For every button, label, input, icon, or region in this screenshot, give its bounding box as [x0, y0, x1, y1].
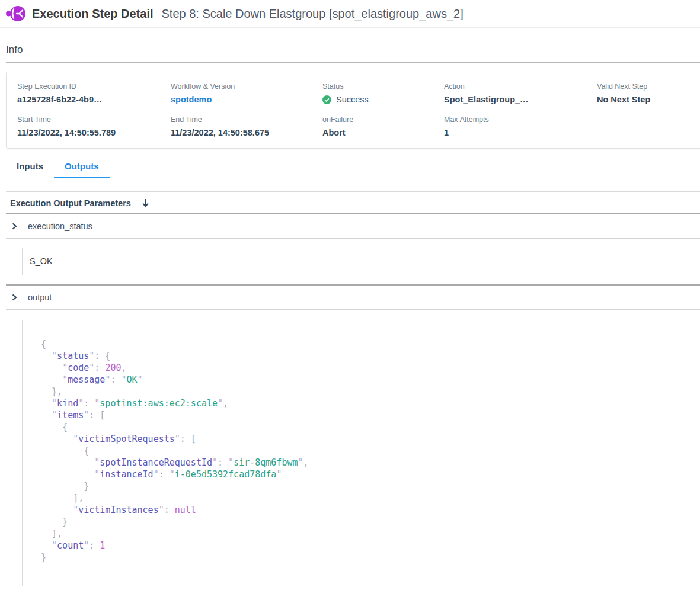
- check-circle-icon: [322, 95, 331, 104]
- tab-outputs[interactable]: Outputs: [54, 157, 110, 178]
- info-field: Valid Next StepNo Next Step: [597, 82, 700, 104]
- param-row-execution-status[interactable]: execution_status: [6, 213, 700, 239]
- field-value: 11/23/2022, 14:50:58.675: [171, 128, 322, 137]
- field-value: No Next Step: [597, 95, 700, 104]
- field-value: Spot_Elastigroup_…: [444, 95, 597, 104]
- output-json-code: { "status": { "code": 200, "message": "O…: [41, 338, 700, 563]
- tab-inputs[interactable]: Inputs: [6, 157, 54, 178]
- page-body: Info Step Execution IDa125728f-6b22-4b9……: [0, 28, 700, 586]
- app-header: Execution Step Detail Step 8: Scale Down…: [0, 0, 700, 28]
- info-field: Workflow & Versionspotdemo: [171, 82, 322, 104]
- field-label: Action: [444, 82, 597, 91]
- arrow-down-icon[interactable]: [141, 198, 150, 208]
- status-text: Success: [336, 95, 369, 104]
- field-value: 1: [444, 128, 597, 137]
- info-field: Max Attempts1: [444, 116, 597, 137]
- field-label: Start Time: [17, 116, 171, 124]
- field-label: Max Attempts: [444, 116, 597, 124]
- param-name: execution_status: [28, 222, 92, 231]
- execution-status-value: S_OK: [30, 256, 53, 266]
- field-value: Success: [322, 95, 444, 104]
- info-section-heading: Info: [6, 28, 700, 63]
- chevron-right-icon: [11, 293, 18, 302]
- execution-status-value-panel: S_OK: [22, 248, 700, 275]
- field-label: Step Execution ID: [17, 82, 171, 91]
- info-grid: Step Execution IDa125728f-6b22-4b9…Workf…: [17, 82, 700, 137]
- chevron-right-icon: [11, 222, 18, 230]
- info-field: StatusSuccess: [322, 82, 444, 104]
- field-label: End Time: [171, 116, 322, 124]
- field-label: Status: [322, 82, 444, 91]
- field-value: 11/23/2022, 14:50:55.789: [17, 128, 171, 137]
- info-field: Start Time11/23/2022, 14:50:55.789: [17, 116, 171, 137]
- info-field: Step Execution IDa125728f-6b22-4b9…: [17, 82, 171, 104]
- info-field: onFailureAbort: [322, 116, 444, 137]
- page-title: Execution Step Detail: [32, 7, 154, 21]
- brand-logo-icon: [6, 5, 26, 23]
- page-subtitle: Step 8: Scale Down Elastgroup [spot_elas…: [162, 7, 464, 21]
- info-field: ActionSpot_Elastigroup_…: [444, 82, 597, 104]
- field-label: onFailure: [322, 116, 444, 124]
- tabs: InputsOutputs: [6, 149, 700, 178]
- field-value: Abort: [322, 128, 444, 137]
- output-json-panel: { "status": { "code": 200, "message": "O…: [22, 320, 700, 586]
- field-value: a125728f-6b22-4b9…: [17, 95, 171, 104]
- output-parameters-header: Execution Output Parameters: [6, 191, 700, 213]
- info-field: End Time11/23/2022, 14:50:58.675: [171, 116, 322, 137]
- field-label: Valid Next Step: [597, 82, 700, 91]
- output-parameters-title: Execution Output Parameters: [10, 198, 131, 208]
- param-row-output[interactable]: output: [6, 284, 700, 310]
- param-name: output: [28, 293, 52, 302]
- field-label: Workflow & Version: [171, 82, 322, 91]
- field-value[interactable]: spotdemo: [171, 95, 322, 104]
- info-field: [597, 116, 700, 137]
- info-card: Step Execution IDa125728f-6b22-4b9…Workf…: [6, 72, 700, 149]
